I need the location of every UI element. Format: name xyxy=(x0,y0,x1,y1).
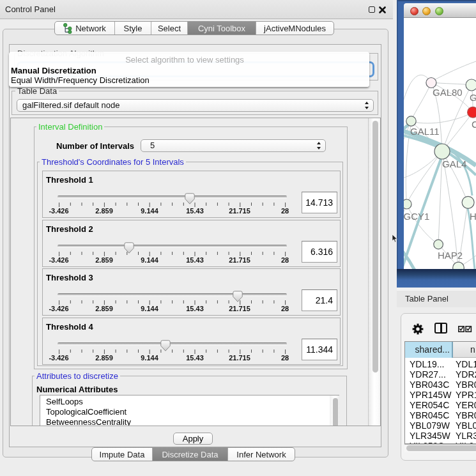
svg-text:GCY1: GCY1 xyxy=(404,211,429,222)
svg-text:GAL4: GAL4 xyxy=(442,158,466,169)
svg-text:GAL11: GAL11 xyxy=(410,126,440,137)
svg-text:G.: G. xyxy=(470,92,476,103)
svg-text:HAP2: HAP2 xyxy=(438,250,463,261)
svg-text:H: H xyxy=(470,211,476,222)
svg-text:GAL80: GAL80 xyxy=(433,87,463,98)
svg-text:C: C xyxy=(472,119,476,130)
